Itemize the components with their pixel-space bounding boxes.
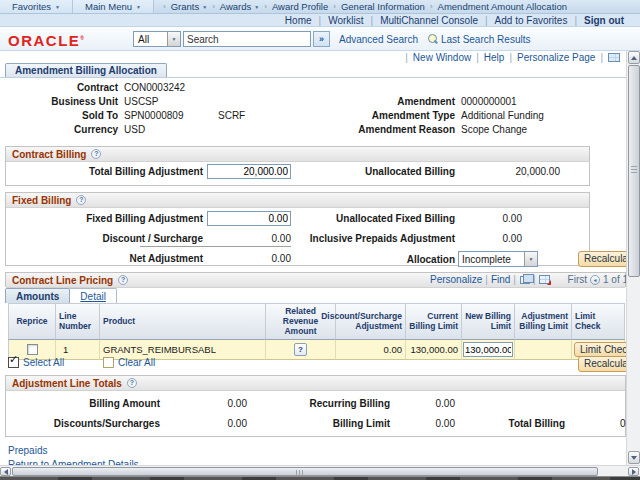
related-revenue-help-icon[interactable]: ? bbox=[294, 343, 307, 356]
sold-to-name: SCRF bbox=[218, 110, 245, 122]
find-link[interactable]: Find bbox=[491, 274, 510, 285]
billing-amount-label: Billing Amount bbox=[30, 398, 160, 410]
col-discount-surcharge-adjustment: Discount/Surcharge Adjustment bbox=[336, 303, 406, 340]
col-reprice: Reprice bbox=[8, 303, 56, 340]
net-adjustment-label: Net Adjustment bbox=[40, 253, 203, 265]
discount-surcharge-adjustment-cell: 0.00 bbox=[336, 340, 406, 360]
crumb-general-information[interactable]: General Information bbox=[341, 1, 425, 12]
advanced-search-link[interactable]: Advanced Search bbox=[339, 34, 418, 45]
amendment-reason-label: Amendment Reason bbox=[280, 124, 455, 136]
scroll-down-button[interactable] bbox=[628, 451, 640, 464]
amendment-label: Amendment bbox=[280, 96, 455, 108]
link-separator: | bbox=[485, 274, 488, 285]
tab-amounts[interactable]: Amounts bbox=[5, 288, 70, 303]
tab-amendment-billing-allocation[interactable]: Amendment Billing Allocation bbox=[5, 63, 167, 77]
multichannel-console-link[interactable]: MultiChannel Console bbox=[380, 15, 478, 26]
horizontal-scrollbar[interactable] bbox=[0, 465, 640, 476]
tab-detail[interactable]: Detail bbox=[70, 288, 117, 303]
search-input[interactable] bbox=[183, 31, 311, 47]
horizontal-scrollbar-thumb[interactable] bbox=[12, 467, 598, 476]
scroll-right-button[interactable] bbox=[628, 467, 639, 476]
new-window-link[interactable]: New Window bbox=[413, 52, 471, 63]
col-new-billing-limit: New Billing Limit bbox=[462, 303, 515, 340]
last-search-results-icon bbox=[427, 34, 438, 45]
clear-all-control[interactable]: Clear All bbox=[103, 357, 155, 368]
new-billing-limit-input[interactable] bbox=[463, 342, 513, 357]
crumb-amendment-amount-allocation[interactable]: Amendment Amount Allocation bbox=[438, 1, 567, 12]
adjustment-line-totals-title: Adjustment Line Totals bbox=[12, 378, 122, 389]
select-all-control[interactable]: ✓ Select All bbox=[8, 357, 64, 368]
home-link[interactable]: Home bbox=[285, 15, 312, 26]
link-separator: | bbox=[371, 15, 374, 26]
vertical-scrollbar-thumb[interactable] bbox=[628, 65, 640, 277]
dropdown-arrow-icon[interactable]: ▼ bbox=[167, 32, 180, 46]
contract-billing-header: Contract Billing ? bbox=[6, 147, 589, 162]
total-billing-adjustment-input[interactable] bbox=[207, 164, 291, 179]
dropdown-arrow-icon[interactable]: ▼ bbox=[524, 252, 537, 266]
pagination-first[interactable]: First bbox=[568, 274, 587, 285]
scroll-left-button[interactable] bbox=[0, 467, 11, 476]
total-billing-label: Total Billing bbox=[490, 418, 565, 430]
search-go-button[interactable]: » bbox=[313, 31, 330, 47]
col-current-billing-limit: Current Billing Limit bbox=[406, 303, 462, 340]
amendment-reason-value: Scope Change bbox=[461, 124, 527, 136]
scroll-up-button[interactable] bbox=[628, 51, 640, 64]
main-menu[interactable]: Main Menu ▼ bbox=[73, 0, 154, 13]
last-search-results-link[interactable]: Last Search Results bbox=[441, 34, 531, 45]
clear-all-label: Clear All bbox=[118, 357, 155, 368]
clear-all-icon bbox=[103, 357, 114, 368]
allocation-label: Allocation bbox=[345, 254, 455, 266]
allocation-value: Incomplete bbox=[459, 254, 524, 265]
table-row: 1 GRANTS_REIMBURSABL ? 0.00 130,000.00 L… bbox=[8, 340, 625, 360]
prepaids-link[interactable]: Prepaids bbox=[8, 445, 47, 456]
crumb-separator-icon: › bbox=[264, 2, 267, 11]
previous-row-icon[interactable]: ◂ bbox=[590, 275, 600, 285]
add-to-favorites-link[interactable]: Add to Favorites bbox=[495, 15, 568, 26]
arrow-down-icon bbox=[631, 456, 637, 460]
reprice-checkbox[interactable] bbox=[27, 344, 38, 355]
search-bar: ORACLE® All ▼ » Advanced Search Last Sea… bbox=[0, 27, 640, 51]
download-grid-icon[interactable] bbox=[539, 275, 550, 284]
help-icon[interactable]: ? bbox=[118, 275, 128, 285]
favorites-menu[interactable]: Favorites ▼ bbox=[0, 0, 73, 13]
crumb-separator-icon: › bbox=[163, 2, 166, 11]
favorites-label: Favorites bbox=[12, 1, 51, 12]
line-pricing-grid: Reprice Line Number Product Related Reve… bbox=[8, 303, 625, 360]
arrow-left-icon bbox=[4, 469, 8, 475]
personalize-link[interactable]: Personalize bbox=[430, 274, 482, 285]
fixed-billing-adjustment-input[interactable] bbox=[207, 211, 291, 226]
link-separator: | bbox=[509, 52, 512, 63]
oracle-logo: ORACLE® bbox=[8, 32, 86, 49]
crumb-grants[interactable]: Grants ▼ bbox=[171, 1, 207, 12]
fixed-billing-title: Fixed Billing bbox=[12, 195, 71, 206]
adjustment-billing-limit-cell bbox=[515, 340, 572, 360]
unallocated-billing-value: 20,000.00 bbox=[480, 166, 560, 178]
personalize-layout-icon[interactable] bbox=[608, 53, 620, 62]
crumb-award-profile[interactable]: Award Profile bbox=[272, 1, 328, 12]
search-scope-select[interactable]: All ▼ bbox=[133, 31, 181, 47]
link-separator: | bbox=[405, 52, 408, 63]
contract-label: Contract bbox=[0, 82, 118, 94]
help-icon[interactable]: ? bbox=[76, 195, 86, 205]
unallocated-billing-label: Unallocated Billing bbox=[300, 166, 455, 178]
worklist-link[interactable]: Worklist bbox=[328, 15, 363, 26]
currency-value: USD bbox=[124, 124, 145, 136]
search-scope-value: All bbox=[134, 34, 167, 45]
crumb-awards[interactable]: Awards ▼ bbox=[220, 1, 259, 12]
allocation-select[interactable]: Incomplete ▼ bbox=[458, 251, 538, 267]
total-billing-adjustment-label: Total Billing Adjustment bbox=[40, 166, 203, 178]
sold-to-value: SPN0000809 bbox=[124, 110, 184, 122]
personalize-page-link[interactable]: Personalize Page bbox=[517, 52, 595, 63]
col-adjustment-billing-limit: Adjustment Billing Limit bbox=[515, 303, 572, 340]
view-all-icon[interactable] bbox=[520, 276, 530, 284]
vertical-scrollbar[interactable] bbox=[626, 51, 640, 465]
link-separator: | bbox=[319, 15, 322, 26]
help-link[interactable]: Help bbox=[484, 52, 505, 63]
sign-out-link[interactable]: Sign out bbox=[584, 15, 624, 26]
grid-header-row: Reprice Line Number Product Related Reve… bbox=[8, 303, 625, 340]
grid-toolbar: Personalize | Find | | First ◂ 1 of 1 ▸ … bbox=[430, 272, 640, 287]
help-icon[interactable]: ? bbox=[127, 378, 137, 388]
net-adjustment-value: 0.00 bbox=[207, 253, 291, 265]
help-icon[interactable]: ? bbox=[91, 149, 101, 159]
contract-value: CON0003242 bbox=[124, 82, 185, 94]
